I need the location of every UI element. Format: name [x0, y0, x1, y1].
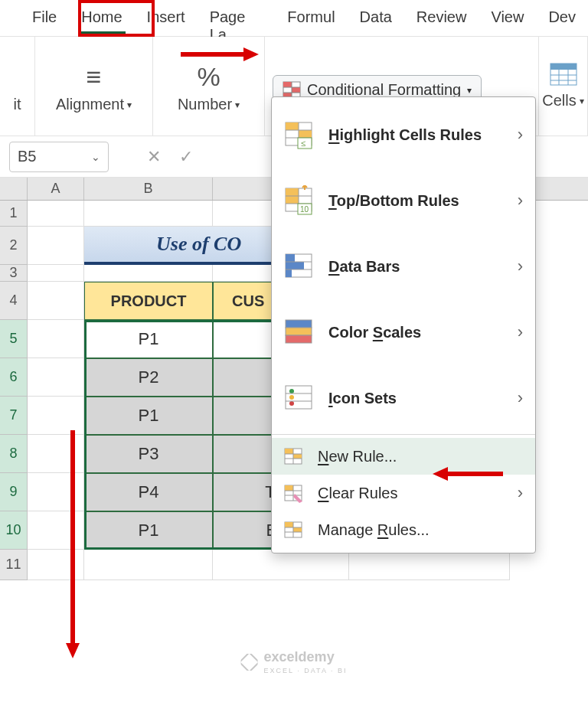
- svg-rect-2: [292, 87, 300, 93]
- chevron-right-icon: ›: [518, 125, 523, 145]
- svg-rect-56: [285, 522, 293, 527]
- row: 11: [0, 550, 588, 580]
- row-header[interactable]: 10: [0, 511, 28, 550]
- cell-product[interactable]: P1: [84, 397, 213, 435]
- svg-point-40: [289, 395, 294, 400]
- svg-rect-35: [286, 320, 312, 328]
- svg-rect-31: [286, 262, 304, 269]
- menu-label: Top/Bottom Rules: [328, 192, 459, 210]
- menu-separator: [272, 434, 535, 435]
- clear-rules-icon: [284, 483, 304, 503]
- row-header[interactable]: 1: [0, 201, 28, 227]
- svg-point-41: [289, 401, 294, 406]
- tab-review[interactable]: Review: [404, 0, 479, 36]
- menu-icon-sets[interactable]: Icon Sets ›: [272, 365, 535, 431]
- row-header[interactable]: 3: [0, 265, 28, 282]
- cell-product[interactable]: P1: [84, 511, 213, 550]
- chevron-right-icon: ›: [518, 256, 523, 276]
- data-bars-icon: [284, 251, 315, 282]
- menu-top-bottom-rules[interactable]: 10 Top/Bottom Rules ›: [272, 168, 535, 233]
- chevron-down-icon: ▾: [467, 85, 472, 96]
- svg-rect-14: [286, 122, 299, 130]
- tab-developer[interactable]: Dev: [536, 0, 588, 36]
- icon-sets-icon: [284, 383, 315, 413]
- row-header[interactable]: 8: [0, 435, 28, 473]
- tab-page-layout[interactable]: Page La: [198, 0, 276, 36]
- svg-rect-46: [293, 454, 302, 459]
- ribbon-group-number[interactable]: % Number ▾: [153, 37, 265, 136]
- menu-manage-rules[interactable]: Manage Rules...: [272, 511, 535, 548]
- manage-rules-icon: [284, 520, 304, 540]
- highlight-cells-icon: ≤: [284, 119, 315, 150]
- name-box[interactable]: B5 ⌄: [9, 142, 109, 172]
- ribbon-group-label: it: [14, 96, 21, 113]
- svg-rect-32: [286, 269, 292, 277]
- chevron-right-icon: ›: [518, 483, 523, 503]
- tab-view[interactable]: View: [479, 0, 536, 36]
- conditional-formatting-menu: ≤ Highlight Cells Rules › 10 Top/Bottom …: [271, 96, 536, 553]
- number-label: Number ▾: [178, 96, 240, 113]
- ribbon-group-alignment[interactable]: ≡ Alignment ▾: [35, 37, 153, 136]
- new-rule-icon: [284, 446, 304, 466]
- menu-label: New Rule...: [318, 448, 397, 465]
- ribbon-tabs: File Home Insert Page La Formul Data Rev…: [0, 0, 588, 37]
- svg-rect-30: [286, 254, 295, 262]
- col-header-B[interactable]: B: [84, 178, 213, 200]
- cell-product[interactable]: P2: [84, 358, 213, 397]
- watermark: exceldemy EXCEL · DATA · BI: [241, 649, 348, 674]
- tab-data[interactable]: Data: [348, 0, 404, 36]
- cells-icon: [550, 63, 577, 86]
- svg-point-39: [289, 389, 294, 393]
- select-all-corner[interactable]: [0, 178, 28, 200]
- tab-formulas[interactable]: Formul: [275, 0, 347, 36]
- svg-rect-37: [286, 335, 312, 343]
- menu-label: Icon Sets: [328, 390, 397, 407]
- menu-data-bars[interactable]: Data Bars ›: [272, 233, 535, 299]
- chevron-down-icon[interactable]: ⌄: [91, 151, 100, 163]
- menu-label: Color Scales: [328, 324, 421, 341]
- menu-label: Manage Rules...: [318, 521, 430, 539]
- menu-clear-rules[interactable]: Clear Rules ›: [272, 475, 535, 511]
- cell-product[interactable]: P1: [84, 320, 213, 358]
- svg-rect-45: [285, 449, 293, 454]
- menu-label: Highlight Cells Rules: [328, 126, 482, 144]
- alignment-label: Alignment ▾: [56, 96, 132, 113]
- row-header[interactable]: 2: [0, 227, 28, 265]
- formula-confirm-button[interactable]: ✓: [170, 142, 202, 172]
- chevron-down-icon: ▾: [235, 100, 240, 110]
- row-header[interactable]: 6: [0, 358, 28, 397]
- svg-text:≤: ≤: [301, 139, 305, 148]
- tab-insert[interactable]: Insert: [135, 0, 198, 36]
- col-header-A[interactable]: A: [28, 178, 84, 200]
- row-header[interactable]: 7: [0, 397, 28, 435]
- menu-color-scales[interactable]: Color Scales ›: [272, 299, 535, 365]
- tab-home[interactable]: Home: [69, 0, 134, 36]
- svg-rect-22: [286, 188, 299, 196]
- row-header[interactable]: 5: [0, 320, 28, 358]
- chevron-down-icon: ▾: [580, 96, 584, 106]
- chevron-right-icon: ›: [518, 322, 523, 342]
- color-scales-icon: [284, 317, 315, 348]
- menu-label: Data Bars: [328, 258, 400, 276]
- watermark-icon: [241, 654, 258, 671]
- row-header[interactable]: 9: [0, 473, 28, 511]
- menu-highlight-cells-rules[interactable]: ≤ Highlight Cells Rules ›: [272, 102, 535, 168]
- top-bottom-icon: 10: [284, 185, 315, 216]
- cells-label: Cells ▾: [542, 92, 583, 109]
- formula-cancel-button[interactable]: ✕: [138, 142, 170, 172]
- svg-text:10: 10: [300, 205, 309, 214]
- chevron-right-icon: ›: [518, 191, 523, 211]
- menu-label: Clear Rules: [318, 485, 398, 502]
- ribbon-group-cells[interactable]: Cells ▾: [539, 37, 588, 136]
- tab-file[interactable]: File: [20, 0, 69, 36]
- svg-rect-15: [299, 130, 312, 138]
- svg-rect-57: [293, 527, 302, 532]
- table-header-product[interactable]: PRODUCT: [84, 282, 213, 320]
- svg-rect-8: [550, 64, 577, 70]
- row-header[interactable]: 11: [0, 550, 28, 580]
- row-header[interactable]: 4: [0, 282, 28, 320]
- cell-product[interactable]: P3: [84, 435, 213, 473]
- menu-new-rule[interactable]: New Rule...: [272, 438, 535, 475]
- cell-product[interactable]: P4: [84, 473, 213, 511]
- chevron-right-icon: ›: [518, 388, 523, 408]
